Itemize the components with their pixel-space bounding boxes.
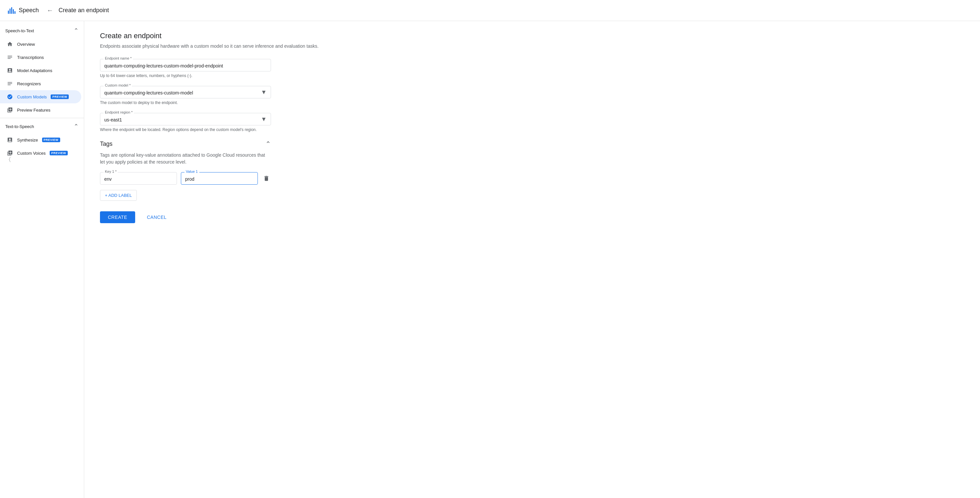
tags-description: Tags are optional key-value annotations … (100, 152, 271, 166)
tag-value-input[interactable] (185, 175, 253, 182)
sidebar-footer: 〈 (0, 160, 84, 173)
endpoint-region-label: Endpoint region * (103, 110, 134, 114)
layout: Speech-to-Text ⌃ Overview Transcriptions… (0, 21, 980, 498)
text-to-speech-section[interactable]: Text-to-Speech ⌃ (0, 120, 84, 133)
overview-label: Overview (17, 42, 35, 47)
recognizers-icon (6, 80, 13, 87)
custom-model-field: Custom model * quantum-computing-lecture… (100, 86, 271, 98)
page-title: Create an endpoint (100, 32, 964, 40)
custom-voices-preview-badge: PREVIEW (50, 151, 68, 155)
custom-model-label: Custom model * (103, 83, 132, 87)
page-description: Endpoints associate physical hardware wi… (100, 43, 964, 50)
endpoint-region-select[interactable]: us-east1 us-central1 europe-west1 (104, 116, 267, 123)
back-button[interactable]: ← (45, 5, 54, 16)
sidebar-item-synthesize[interactable]: Synthesize PREVIEW (0, 133, 81, 147)
tags-section: Tags ⌃ Tags are optional key-value annot… (100, 140, 271, 201)
top-bar-title: Create an endpoint (59, 7, 109, 14)
transcriptions-label: Transcriptions (17, 55, 44, 60)
tag-row: Key 1 * Value 1 (100, 172, 271, 185)
endpoint-region-group: Endpoint region * us-east1 us-central1 e… (100, 113, 271, 132)
synthesize-icon (6, 137, 13, 143)
speech-to-text-label: Speech-to-Text (5, 28, 34, 33)
text-to-speech-label: Text-to-Speech (5, 124, 34, 129)
tags-title: Tags (100, 140, 113, 147)
custom-model-select[interactable]: quantum-computing-lectures-custom-model (104, 89, 267, 96)
preview-features-icon (6, 107, 13, 113)
delete-tag-button[interactable] (262, 174, 271, 183)
custom-models-icon (6, 94, 13, 100)
transcriptions-icon (6, 54, 13, 61)
endpoint-region-field: Endpoint region * us-east1 us-central1 e… (100, 113, 271, 125)
main-content: Create an endpoint Endpoints associate p… (84, 21, 980, 498)
endpoint-name-hint: Up to 64 lower-case letters, numbers, or… (100, 73, 271, 78)
sidebar-item-preview-features[interactable]: Preview Features (0, 103, 81, 117)
sidebar-item-custom-models[interactable]: Custom Models PREVIEW (0, 90, 81, 103)
home-icon (6, 41, 13, 47)
endpoint-name-label: Endpoint name * (103, 56, 133, 60)
tags-collapse-icon[interactable]: ⌃ (266, 140, 271, 148)
custom-voices-label: Custom Voices (17, 151, 46, 156)
custom-models-label: Custom Models (17, 94, 47, 99)
tag-key-label: Key 1 * (103, 169, 118, 174)
tag-value-label: Value 1 (185, 169, 199, 174)
sidebar-collapse-button[interactable]: 〈 (0, 153, 16, 166)
action-row: CREATE CANCEL (100, 211, 964, 223)
app-logo: Speech (8, 7, 39, 14)
synthesize-label: Synthesize (17, 137, 38, 142)
tag-value-field: Value 1 (181, 172, 258, 185)
top-bar: Speech ← Create an endpoint (0, 0, 980, 21)
sidebar-item-overview[interactable]: Overview (0, 38, 81, 51)
synthesize-preview-badge: PREVIEW (42, 137, 60, 142)
add-label-button[interactable]: + ADD LABEL (100, 190, 137, 201)
create-button[interactable]: CREATE (100, 211, 135, 223)
sidebar-item-recognizers[interactable]: Recognizers (0, 77, 81, 90)
endpoint-name-group: Endpoint name * Up to 64 lower-case lett… (100, 59, 271, 78)
speech-to-text-section[interactable]: Speech-to-Text ⌃ (0, 24, 84, 38)
model-adaptations-icon (6, 67, 13, 74)
cancel-button[interactable]: CANCEL (139, 211, 175, 223)
tag-key-field: Key 1 * (100, 172, 177, 185)
tag-key-input[interactable] (104, 175, 173, 182)
speech-to-text-chevron-icon: ⌃ (74, 27, 79, 34)
speech-logo-icon (8, 7, 16, 14)
custom-model-group: Custom model * quantum-computing-lecture… (100, 86, 271, 105)
sidebar: Speech-to-Text ⌃ Overview Transcriptions… (0, 21, 84, 498)
endpoint-region-hint: Where the endpoint will be located. Regi… (100, 128, 271, 132)
model-adaptations-label: Model Adaptations (17, 68, 52, 73)
tags-header: Tags ⌃ (100, 140, 271, 148)
sidebar-divider (0, 118, 84, 118)
recognizers-label: Recognizers (17, 81, 41, 86)
preview-features-label: Preview Features (17, 108, 50, 113)
app-name: Speech (19, 7, 39, 14)
custom-model-hint: The custom model to deploy to the endpoi… (100, 101, 271, 105)
sidebar-item-model-adaptations[interactable]: Model Adaptations (0, 64, 81, 77)
text-to-speech-chevron-icon: ⌃ (74, 123, 79, 130)
endpoint-name-input[interactable] (104, 62, 267, 69)
sidebar-item-transcriptions[interactable]: Transcriptions (0, 51, 81, 64)
endpoint-name-field: Endpoint name * (100, 59, 271, 72)
custom-models-preview-badge: PREVIEW (51, 94, 69, 99)
